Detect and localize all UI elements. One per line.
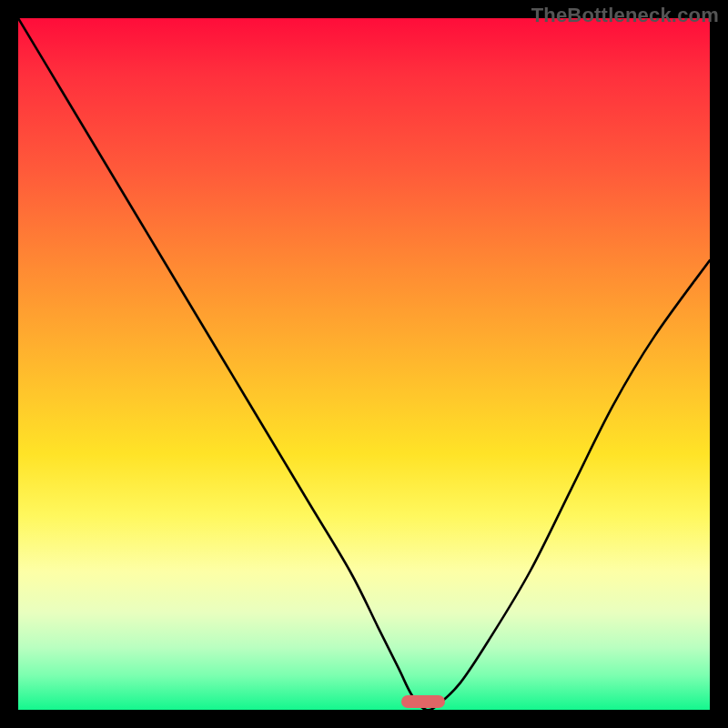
bottleneck-curve <box>18 18 710 710</box>
chart-frame: TheBottleneck.com <box>0 0 728 728</box>
plot-area <box>18 18 710 710</box>
optimal-marker <box>401 695 445 708</box>
